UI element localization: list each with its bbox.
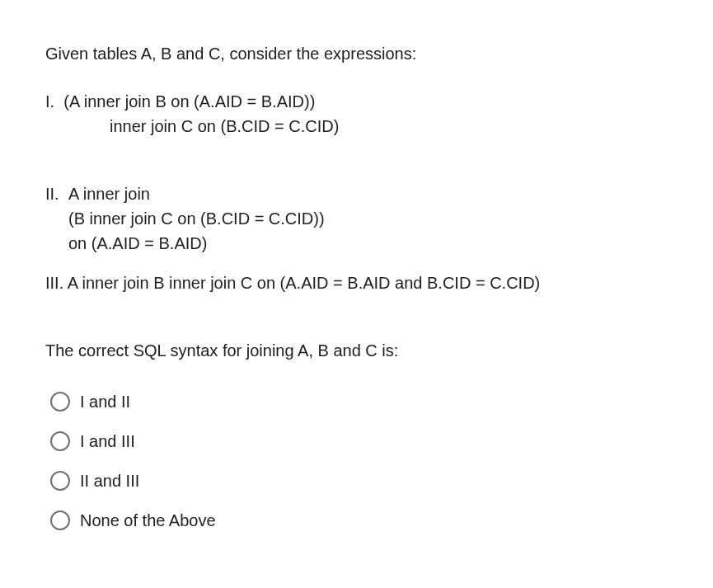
option-label: I and III (80, 429, 135, 454)
option-3[interactable]: II and III (45, 468, 672, 493)
expression-i-marker: I. (45, 89, 63, 114)
expression-ii-marker: II. (45, 181, 68, 206)
question-prompt: The correct SQL syntax for joining A, B … (45, 338, 672, 363)
option-label: II and III (80, 468, 139, 493)
option-label: None of the Above (80, 508, 216, 533)
radio-icon (50, 431, 70, 451)
option-label: I and II (80, 389, 130, 414)
expression-ii-line3: on (A.AID = B.AID) (45, 231, 672, 256)
expression-i-line2: inner join C on (B.CID = C.CID) (45, 114, 672, 139)
option-2[interactable]: I and III (45, 429, 672, 454)
option-4[interactable]: None of the Above (45, 508, 672, 533)
option-1[interactable]: I and II (45, 389, 672, 414)
expression-i: I. (A inner join B on (A.AID = B.AID)) i… (45, 89, 672, 139)
expression-iii-marker: III. (45, 274, 63, 292)
radio-icon (50, 510, 70, 530)
options-group: I and II I and III II and III None of th… (45, 389, 672, 533)
expression-ii-line2: (B inner join C on (B.CID = C.CID)) (45, 206, 672, 231)
question-intro: Given tables A, B and C, consider the ex… (45, 41, 672, 66)
expression-iii: III. A inner join B inner join C on (A.A… (45, 270, 672, 295)
expression-ii: II. A inner join (B inner join C on (B.C… (45, 181, 672, 256)
radio-icon (50, 471, 70, 491)
expression-iii-line1: A inner join B inner join C on (A.AID = … (63, 274, 540, 292)
expression-ii-line1: A inner join (68, 181, 672, 206)
expression-i-line1: (A inner join B on (A.AID = B.AID)) (63, 89, 672, 114)
radio-icon (50, 392, 70, 412)
